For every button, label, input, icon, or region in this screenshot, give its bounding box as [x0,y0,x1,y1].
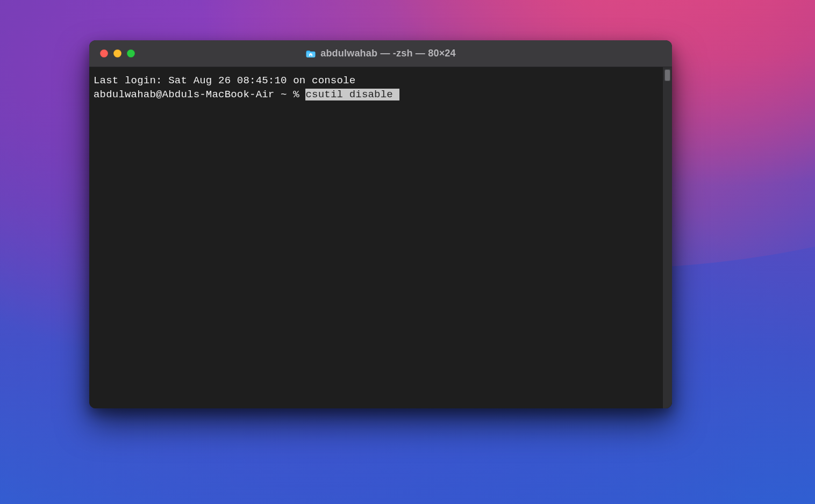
minimize-button[interactable] [113,49,121,57]
scrollbar-track[interactable] [662,67,672,408]
zoom-button[interactable] [127,49,135,57]
terminal-content[interactable]: Last login: Sat Aug 26 08:45:10 on conso… [89,67,662,408]
window-titlebar[interactable]: abdulwahab — -zsh — 80×24 [89,40,672,67]
window-controls [89,49,135,57]
command-input-selected[interactable]: csutil disable [305,89,399,100]
terminal-body: Last login: Sat Aug 26 08:45:10 on conso… [89,67,672,408]
last-login-line: Last login: Sat Aug 26 08:45:10 on conso… [94,75,355,87]
scrollbar-thumb[interactable] [664,69,670,81]
terminal-window[interactable]: abdulwahab — -zsh — 80×24 Last login: Sa… [89,40,672,408]
home-folder-icon [305,48,316,59]
shell-prompt: abdulwahab@Abduls-MacBook-Air ~ % [94,89,305,100]
window-title: abdulwahab — -zsh — 80×24 [89,48,672,59]
window-title-text: abdulwahab — -zsh — 80×24 [320,48,456,59]
desktop-background: abdulwahab — -zsh — 80×24 Last login: Sa… [0,0,815,504]
close-button[interactable] [100,49,108,57]
